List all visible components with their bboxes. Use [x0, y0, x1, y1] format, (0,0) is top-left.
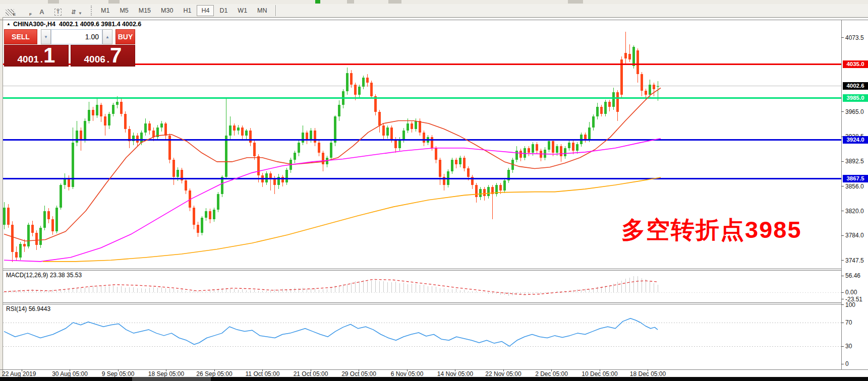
- volume-down-button[interactable]: ▼: [41, 29, 51, 44]
- collapse-arrow-icon[interactable]: ▲: [7, 22, 11, 26]
- candle-body: [51, 219, 54, 231]
- candle-body: [140, 133, 143, 143]
- chart-text-annotation: 多空转折点3985: [621, 218, 802, 241]
- candle-body: [172, 160, 175, 177]
- candle-body: [100, 105, 102, 116]
- volume-input[interactable]: 1.00: [51, 29, 102, 44]
- candle-body: [108, 114, 110, 125]
- price-tick-label: 3892.5: [845, 158, 864, 165]
- candle-body: [68, 178, 70, 187]
- candle-body: [84, 121, 86, 140]
- candle-body: [415, 121, 417, 129]
- candle-body: [600, 107, 603, 114]
- candle-body: [475, 185, 478, 197]
- candle-body: [201, 218, 203, 233]
- volume-up-button[interactable]: ▲: [102, 29, 112, 44]
- candle-body: [164, 123, 167, 136]
- candle-body: [3, 208, 6, 225]
- candle-body: [657, 86, 659, 87]
- candle-body: [217, 194, 219, 210]
- candle-body: [503, 180, 506, 190]
- candle-body: [544, 150, 546, 158]
- candle-body: [548, 141, 550, 149]
- candle-body: [338, 105, 340, 116]
- slow-ma-line: [43, 177, 661, 262]
- bottom-status-bar: [0, 377, 868, 381]
- buy-button[interactable]: BUY: [115, 29, 135, 44]
- candle-body: [653, 85, 655, 89]
- candle-body: [366, 78, 369, 82]
- candle-body: [92, 110, 94, 115]
- sell-price-quote[interactable]: 4001.1: [4, 45, 69, 67]
- candle-body: [479, 189, 482, 197]
- candle-body: [80, 131, 82, 140]
- price-badge: 4035.0: [843, 60, 868, 68]
- candle-body: [237, 128, 240, 130]
- candle-body: [346, 73, 349, 92]
- candle-body: [572, 143, 574, 151]
- candle-body: [451, 160, 453, 171]
- rsi-axis-label: 30: [845, 343, 852, 350]
- sell-button[interactable]: SELL: [4, 29, 37, 44]
- candle-body: [43, 211, 46, 228]
- candle-body: [358, 87, 361, 95]
- candle-body: [628, 54, 631, 59]
- date-label: 22 Nov 05:00: [485, 370, 521, 377]
- candle-body: [185, 180, 187, 190]
- candle-body: [253, 143, 256, 156]
- candle-body: [596, 107, 599, 116]
- date-label: 6 Nov 05:00: [391, 370, 424, 377]
- candle-body: [439, 160, 441, 177]
- candle-body: [423, 133, 425, 143]
- candle-body: [378, 112, 381, 125]
- candle-body: [528, 148, 530, 153]
- candle-body: [459, 158, 461, 165]
- candle-body: [467, 168, 470, 176]
- candle-body: [35, 233, 38, 245]
- buy-price-quote[interactable]: 4006.7: [71, 45, 135, 67]
- candle-body: [302, 133, 304, 143]
- symbol-label: CHINA300-,H4: [13, 21, 55, 28]
- candle-body: [556, 146, 558, 153]
- candle-body: [499, 185, 502, 190]
- candle-body: [402, 131, 405, 140]
- rsi-axis-label: 0: [845, 360, 849, 367]
- candle-body: [294, 153, 296, 160]
- candle-body: [39, 228, 42, 245]
- candle-body: [515, 151, 518, 160]
- chart-title: ▲CHINA300-,H4 4002.1 4009.6 3981.4 4002.…: [7, 21, 141, 28]
- candle-body: [209, 211, 211, 219]
- price-badge: 4002.6: [843, 82, 868, 90]
- candle-body: [245, 131, 248, 136]
- price-badge: 3867.5: [843, 175, 868, 182]
- rsi-axis-label: 70: [845, 319, 852, 326]
- candle-body: [532, 144, 534, 153]
- candle-body: [23, 244, 26, 246]
- fast-ma-line: [4, 88, 661, 241]
- candle-body: [322, 153, 324, 164]
- rsi-axis-label: 100: [845, 301, 855, 308]
- candle-body: [608, 102, 611, 107]
- candle-body: [19, 244, 22, 258]
- date-label: 30 Aug 05:00: [52, 370, 88, 377]
- price-tick-label: 3747.5: [845, 257, 864, 264]
- candle-body: [281, 177, 284, 182]
- candle-body: [386, 128, 389, 136]
- candle-body: [588, 128, 591, 139]
- candle-body: [257, 156, 260, 175]
- candle-body: [60, 185, 62, 208]
- candle-body: [411, 123, 413, 129]
- candle-body: [144, 123, 147, 133]
- candle-body: [616, 92, 619, 112]
- candle-body: [88, 110, 90, 121]
- candle-body: [649, 85, 651, 95]
- candle-body: [314, 131, 316, 143]
- candle-body: [632, 47, 635, 66]
- candle-body: [564, 148, 566, 156]
- candle-body: [334, 116, 336, 143]
- candle-body: [104, 116, 106, 125]
- candle-body: [483, 189, 486, 196]
- candle-body: [624, 53, 627, 58]
- candle-body: [318, 143, 320, 153]
- date-label: 22 Aug 2019: [2, 370, 36, 377]
